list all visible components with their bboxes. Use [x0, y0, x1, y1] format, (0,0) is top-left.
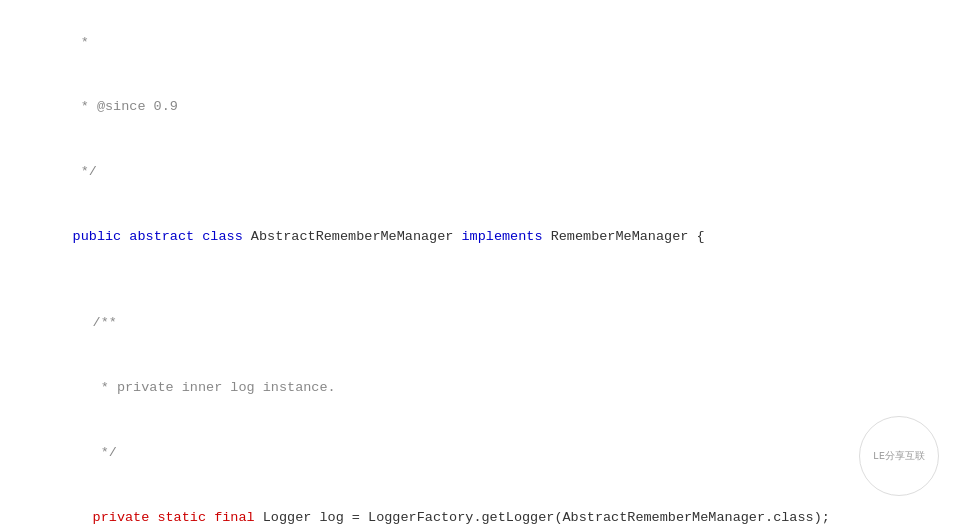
- interface-name: RememberMeManager {: [551, 229, 705, 244]
- line-2: * @since 0.9: [20, 75, 949, 140]
- kw-class: class: [202, 229, 251, 244]
- comment-close2: */: [93, 445, 117, 460]
- line-1: *: [20, 10, 949, 75]
- kw-public: public: [73, 229, 130, 244]
- watermark: LE分享互联: [859, 416, 939, 496]
- line-8: */: [40, 420, 949, 485]
- kw-static1: static: [157, 510, 214, 525]
- line-9: private static final Logger log = Logger…: [40, 485, 949, 526]
- kw-abstract: abstract: [129, 229, 202, 244]
- kw-private1: private: [93, 510, 158, 525]
- watermark-text: LE分享互联: [873, 450, 925, 463]
- line-4: public abstract class AbstractRememberMe…: [20, 204, 949, 269]
- line-7: * private inner log instance.: [40, 356, 949, 421]
- code-container: * * @since 0.9 */ public abstract class …: [0, 0, 969, 526]
- class-name: AbstractRememberMeManager: [251, 229, 462, 244]
- comment-close1: */: [73, 164, 97, 179]
- kw-final1: final: [214, 510, 263, 525]
- code-block: * * @since 0.9 */ public abstract class …: [20, 10, 949, 526]
- line-3: */: [20, 140, 949, 205]
- comment-javadoc-open1: /**: [93, 315, 117, 330]
- comment-private-inner: * private inner log instance.: [93, 380, 336, 395]
- comment-since: * @since 0.9: [73, 99, 178, 114]
- logger-decl: Logger log = LoggerFactory.getLogger(Abs…: [263, 510, 830, 525]
- line-6: /**: [40, 291, 949, 356]
- kw-implements: implements: [462, 229, 551, 244]
- line-blank1: [20, 269, 949, 291]
- comment-star: *: [73, 35, 89, 50]
